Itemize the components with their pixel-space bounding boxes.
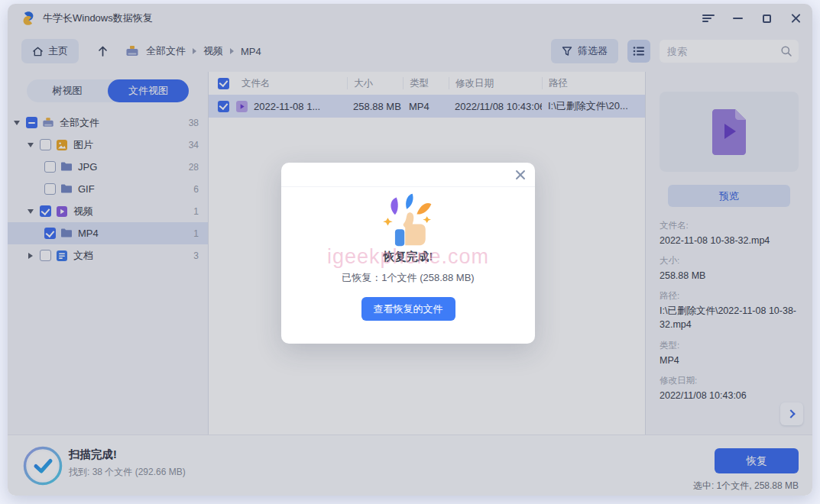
thumbs-up-icon [379, 192, 437, 248]
dialog-message: 已恢复：1个文件 (258.88 MB) [342, 271, 474, 285]
dialog-close-icon[interactable] [514, 169, 527, 181]
app-window: 牛学长Windows数据恢复 主页 [8, 4, 812, 496]
dialog-header [281, 163, 535, 187]
view-recovered-files-button[interactable]: 查看恢复的文件 [361, 297, 455, 321]
dialog-title: 恢复完成! [384, 250, 433, 264]
recovery-complete-dialog: igeekphone.com 恢复完成! 已恢复：1个文件 (258.88 MB… [281, 163, 535, 344]
